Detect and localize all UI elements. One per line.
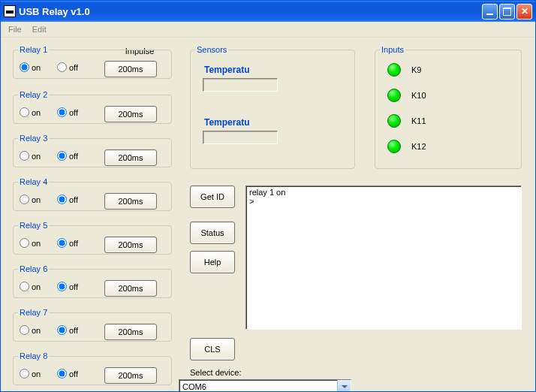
input-label-k9: K9 <box>411 65 421 74</box>
relay-3-radio-off[interactable]: off <box>57 151 78 161</box>
relay-group-2: Relay 2 on off 200ms <box>13 90 172 124</box>
input-led-k10 <box>387 89 401 102</box>
select-device-label: Select device: <box>190 368 241 377</box>
close-button[interactable]: ✕ <box>516 4 532 20</box>
relay-6-radio-off[interactable]: off <box>57 282 78 291</box>
cls-button[interactable]: CLS <box>190 338 235 360</box>
relay-7-radio-off[interactable]: off <box>57 325 78 335</box>
menu-bar: File Edit <box>1 22 535 38</box>
relay-2-radio-off[interactable]: off <box>57 107 78 117</box>
relay-8-radio-off[interactable]: off <box>57 369 78 378</box>
relay-1-radio-off[interactable]: off <box>57 62 78 72</box>
select-device-value: COM6 <box>179 382 337 391</box>
relay-5-radio-on[interactable]: on <box>20 238 41 248</box>
relay-8-impulse-button[interactable]: 200ms <box>104 367 157 384</box>
menu-file[interactable]: File <box>4 23 26 35</box>
relay-5-impulse-button[interactable]: 200ms <box>104 237 157 253</box>
relay-4-impulse-button[interactable]: 200ms <box>104 193 157 210</box>
sensors-group: Sensors Temperatu Temperatu <box>190 45 355 169</box>
input-led-k9 <box>387 63 401 77</box>
relay-3-impulse-button[interactable]: 200ms <box>104 149 157 166</box>
relay-4-radio-off[interactable]: off <box>57 194 78 204</box>
get-id-button[interactable]: Get ID <box>190 185 235 208</box>
input-label-k10: K10 <box>411 91 426 100</box>
relay-8-radio-on[interactable]: on <box>20 369 41 378</box>
relay-6-impulse-button[interactable]: 200ms <box>104 280 157 297</box>
relay-group-1: Relay 1 on off 200ms <box>13 45 172 79</box>
relay-2-radio-on[interactable]: on <box>20 107 41 117</box>
relay-legend-2: Relay 2 <box>18 90 49 99</box>
relay-legend-5: Relay 5 <box>18 221 49 230</box>
relay-group-6: Relay 6 on off 200ms <box>13 264 172 298</box>
maximize-button[interactable] <box>499 4 515 20</box>
relay-legend-4: Relay 4 <box>18 177 49 186</box>
relay-group-4: Relay 4 on off 200ms <box>13 177 172 211</box>
temperature-label-2: Temperatu <box>203 117 291 128</box>
select-device-combo[interactable]: COM6 <box>179 379 351 391</box>
relay-7-impulse-button[interactable]: 200ms <box>104 324 157 340</box>
relay-legend-7: Relay 7 <box>18 308 49 317</box>
temperature-value-1 <box>203 78 278 92</box>
minimize-button[interactable] <box>482 4 498 20</box>
input-led-k12 <box>387 140 401 153</box>
relay-2-impulse-button[interactable]: 200ms <box>104 106 157 122</box>
input-label-k11: K11 <box>411 116 426 125</box>
input-led-k11 <box>387 114 401 128</box>
relay-1-impulse-button[interactable]: 200ms <box>104 61 157 77</box>
menu-edit[interactable]: Edit <box>28 23 51 35</box>
status-button[interactable]: Status <box>190 222 235 244</box>
inputs-legend: Inputs <box>380 45 405 54</box>
relay-legend-1: Relay 1 <box>18 45 49 54</box>
relay-5-radio-off[interactable]: off <box>57 238 78 248</box>
relay-group-7: Relay 7 on off 200ms <box>13 308 172 342</box>
relay-1-radio-on[interactable]: on <box>20 62 41 72</box>
relay-group-3: Relay 3 on off 200ms <box>13 134 172 167</box>
app-icon <box>4 5 16 17</box>
relay-legend-3: Relay 3 <box>18 134 49 143</box>
relay-group-8: Relay 8 on off 200ms <box>13 351 172 385</box>
inputs-group: Inputs K9 K10 K11 K12 <box>375 45 522 169</box>
title-bar: USB Relay v1.0 ✕ <box>1 1 535 22</box>
sensors-legend: Sensors <box>195 45 228 54</box>
relay-6-radio-on[interactable]: on <box>20 282 41 291</box>
relay-4-radio-on[interactable]: on <box>20 194 41 204</box>
relay-legend-8: Relay 8 <box>18 351 49 360</box>
input-label-k12: K12 <box>411 142 426 151</box>
relay-group-5: Relay 5 on off 200ms <box>13 221 172 255</box>
console-output[interactable]: relay 1 on > <box>245 185 522 330</box>
window-title: USB Relay v1.0 <box>19 6 482 17</box>
temperature-value-2 <box>203 131 278 144</box>
help-button[interactable]: Help <box>190 251 235 273</box>
temperature-label-1: Temperatu <box>203 65 291 75</box>
relay-3-radio-on[interactable]: on <box>20 151 41 161</box>
relay-legend-6: Relay 6 <box>18 264 49 273</box>
relay-7-radio-on[interactable]: on <box>20 325 41 335</box>
dropdown-icon[interactable] <box>337 380 351 391</box>
